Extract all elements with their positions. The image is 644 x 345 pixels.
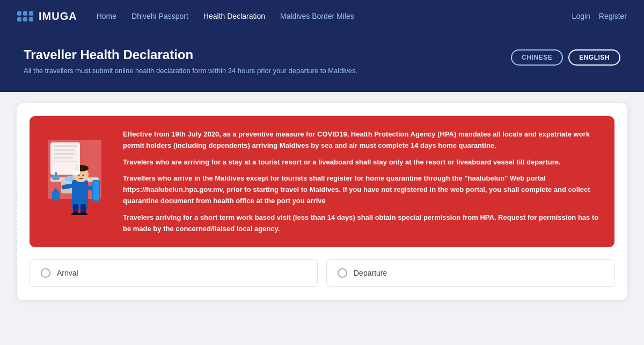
svg-point-16 [78,175,80,176]
svg-point-11 [79,212,87,215]
nav-links: Home Dhivehi Passport Health Declaration… [97,11,354,21]
logo-icon [17,11,33,21]
svg-point-17 [83,175,84,176]
svg-rect-19 [93,181,99,200]
nav-maldives-border-miles[interactable]: Maldives Border Miles [280,12,354,20]
main-content: Effective from 19th July 2020, as a prev… [0,92,644,317]
nav-dhivehi-passport[interactable]: Dhivehi Passport [131,12,188,20]
svg-rect-28 [52,191,60,200]
departure-option[interactable]: Departure [326,259,614,287]
navbar: IMUGA Home Dhivehi Passport Health Decla… [0,0,644,32]
hero-text: Traveller Health Declaration All the tra… [24,47,357,75]
notice-paragraph-2: Travelers who are arriving for a stay at… [123,157,602,168]
departure-label: Departure [354,269,387,277]
notice-illustration [42,129,112,215]
english-button[interactable]: ENGLISH [568,49,620,66]
notice-content: Effective from 19th July 2020, as a prev… [123,129,602,234]
arrival-radio[interactable] [41,268,50,278]
main-card: Effective from 19th July 2020, as a prev… [16,103,628,300]
chinese-button[interactable]: CHINESE [511,49,563,66]
navbar-right: Login Register [572,12,627,20]
radio-options: Arrival Departure [30,259,614,287]
svg-rect-23 [53,153,76,155]
notice-paragraph-1: Effective from 19th July 2020, as a prev… [123,129,602,152]
svg-rect-21 [53,145,77,147]
svg-rect-27 [55,172,57,176]
navbar-left: IMUGA Home Dhivehi Passport Health Decla… [17,10,354,23]
svg-rect-24 [53,157,74,159]
logo: IMUGA [17,10,77,23]
arrival-option[interactable]: Arrival [30,259,318,287]
notice-box: Effective from 19th July 2020, as a prev… [30,116,614,247]
hero-subtitle: All the travellers must submit online he… [24,67,357,75]
arrival-label: Arrival [57,269,78,277]
register-link[interactable]: Register [599,12,627,20]
hero-section: Traveller Health Declaration All the tra… [0,32,644,92]
notice-paragraph-4: Travelers arriving for a short term work… [123,212,602,235]
logo-text: IMUGA [39,10,77,23]
language-buttons: CHINESE ENGLISH [511,49,620,66]
svg-point-10 [71,212,80,215]
nav-home[interactable]: Home [97,12,116,20]
login-link[interactable]: Login [572,12,590,20]
page-title: Traveller Health Declaration [24,47,357,62]
notice-paragraph-3: Travellers who arrive in the Maldives ex… [123,173,602,206]
svg-rect-22 [53,149,75,151]
departure-radio[interactable] [338,268,347,278]
nav-health-declaration[interactable]: Health Declaration [203,12,265,20]
svg-rect-29 [54,189,57,192]
svg-rect-25 [53,161,77,162]
